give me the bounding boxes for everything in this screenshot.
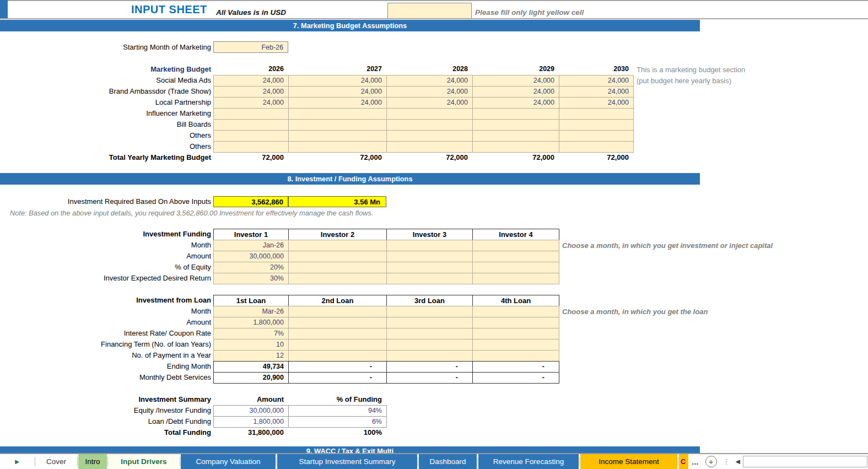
marketing-cell[interactable]: 24,000: [473, 87, 559, 98]
funding-cell[interactable]: [473, 251, 559, 262]
marketing-cell[interactable]: [387, 142, 473, 153]
marketing-row-label: Social Media Ads: [0, 75, 212, 86]
marketing-cell[interactable]: 24,000: [559, 87, 634, 98]
horizontal-scrollbar[interactable]: ◀: [733, 454, 867, 469]
loan-cell[interactable]: Mar-26: [214, 306, 289, 317]
marketing-cell[interactable]: [289, 131, 387, 142]
marketing-cell[interactable]: [289, 120, 387, 131]
marketing-cell[interactable]: [559, 131, 634, 142]
marketing-cell[interactable]: 24,000: [387, 76, 473, 87]
loan-cell[interactable]: [289, 306, 387, 317]
marketing-cell[interactable]: [387, 120, 473, 131]
tabbar-menu-dots-icon[interactable]: ⋮: [723, 457, 730, 466]
funding-cell[interactable]: [289, 251, 387, 262]
funding-cell[interactable]: [387, 273, 473, 284]
marketing-cell[interactable]: [214, 109, 289, 120]
marketing-cell[interactable]: [559, 120, 634, 131]
funding-cell[interactable]: [387, 262, 473, 273]
loan-cell[interactable]: [387, 351, 473, 362]
loan-cell[interactable]: [387, 306, 473, 317]
tab-cover[interactable]: Cover: [36, 454, 77, 469]
marketing-cell[interactable]: [559, 109, 634, 120]
marketing-cell[interactable]: 24,000: [473, 76, 559, 87]
marketing-cell[interactable]: [473, 131, 559, 142]
summary-total-label: Total Funding: [0, 427, 212, 438]
marketing-cell[interactable]: 24,000: [214, 87, 289, 98]
marketing-cell[interactable]: 24,000: [387, 87, 473, 98]
scroll-left-arrow-icon[interactable]: ◀: [733, 458, 743, 465]
marketing-cell[interactable]: 24,000: [559, 76, 634, 87]
funding-column-header: Investor 4: [473, 229, 559, 240]
loan-result-cell: 20,900: [214, 373, 289, 384]
funding-cell[interactable]: [387, 240, 473, 251]
funding-cell[interactable]: [473, 273, 559, 284]
marketing-cell[interactable]: 24,000: [387, 98, 473, 109]
marketing-cell[interactable]: [387, 109, 473, 120]
marketing-cell[interactable]: [473, 142, 559, 153]
loan-cell[interactable]: 12: [214, 351, 289, 362]
tab-startup-investment-summary[interactable]: Startup Investment Summary: [277, 454, 417, 469]
loan-cell[interactable]: [473, 351, 559, 362]
loan-cell[interactable]: 7%: [214, 328, 289, 339]
marketing-cell[interactable]: [214, 120, 289, 131]
marketing-cell[interactable]: 24,000: [289, 98, 387, 109]
loan-result-cell: -: [387, 373, 473, 384]
marketing-cell[interactable]: [559, 142, 634, 153]
loan-cell[interactable]: [473, 339, 559, 351]
marketing-cell[interactable]: 24,000: [473, 98, 559, 109]
loan-cell[interactable]: [289, 351, 387, 362]
summary-pct-header: % of Funding: [288, 394, 386, 405]
scrollbar-track[interactable]: [743, 456, 867, 467]
tab-company-valuation[interactable]: Company Valuation: [181, 454, 276, 469]
tab-dashboard[interactable]: Dashboard: [419, 454, 477, 469]
marketing-cell[interactable]: 24,000: [289, 76, 387, 87]
marketing-cell[interactable]: [473, 109, 559, 120]
sample-input-cell[interactable]: [387, 3, 472, 19]
funding-cell[interactable]: [473, 262, 559, 273]
marketing-cell[interactable]: [289, 142, 387, 153]
funding-column-header: Investor 2: [289, 229, 387, 240]
tab-income-statement[interactable]: Income Statement: [580, 454, 677, 469]
tab-intro[interactable]: Intro: [78, 454, 107, 469]
loan-cell[interactable]: [387, 317, 473, 328]
funding-cell[interactable]: [473, 240, 559, 251]
tab-partial[interactable]: C: [679, 454, 688, 469]
loan-cell[interactable]: [387, 339, 473, 351]
funding-cell[interactable]: [387, 251, 473, 262]
tab-revenue-forecasting[interactable]: Revenue Forecasting: [478, 454, 579, 469]
funding-cell[interactable]: 20%: [214, 262, 289, 273]
loan-cell[interactable]: [289, 339, 387, 351]
loan-result-cell: -: [289, 362, 387, 373]
funding-cell[interactable]: 30,000,000: [214, 251, 289, 262]
sheet-nav-arrow-icon[interactable]: ▶: [0, 454, 34, 469]
funding-cell[interactable]: Jan-26: [214, 240, 289, 251]
tab-separator: [77, 457, 78, 466]
loan-cell[interactable]: [289, 328, 387, 339]
marketing-cell[interactable]: 24,000: [214, 98, 289, 109]
loan-cell[interactable]: [473, 317, 559, 328]
marketing-cell[interactable]: [214, 131, 289, 142]
starting-month-cell[interactable]: Feb-26: [213, 41, 288, 53]
funding-cell[interactable]: [289, 240, 387, 251]
loan-cell[interactable]: [473, 328, 559, 339]
marketing-cell[interactable]: [387, 131, 473, 142]
loan-row-label: Month: [0, 306, 212, 317]
loan-cell[interactable]: [473, 306, 559, 317]
marketing-cell[interactable]: 24,000: [214, 76, 289, 87]
corner-block: [0, 0, 8, 18]
more-tabs-indicator[interactable]: ...: [688, 454, 702, 469]
marketing-cell[interactable]: [214, 142, 289, 153]
marketing-cell[interactable]: [289, 109, 387, 120]
funding-cell[interactable]: [289, 273, 387, 284]
marketing-cell[interactable]: [473, 120, 559, 131]
loan-cell[interactable]: 1,800,000: [214, 317, 289, 328]
loan-cell[interactable]: [289, 317, 387, 328]
tab-input-drivers[interactable]: Input Drivers: [109, 454, 179, 469]
loan-cell[interactable]: [387, 328, 473, 339]
funding-cell[interactable]: [289, 262, 387, 273]
add-sheet-button[interactable]: +: [705, 456, 717, 467]
marketing-cell[interactable]: 24,000: [289, 87, 387, 98]
loan-cell[interactable]: 10: [214, 339, 289, 351]
marketing-cell[interactable]: 24,000: [559, 98, 634, 109]
funding-cell[interactable]: 30%: [214, 273, 289, 284]
